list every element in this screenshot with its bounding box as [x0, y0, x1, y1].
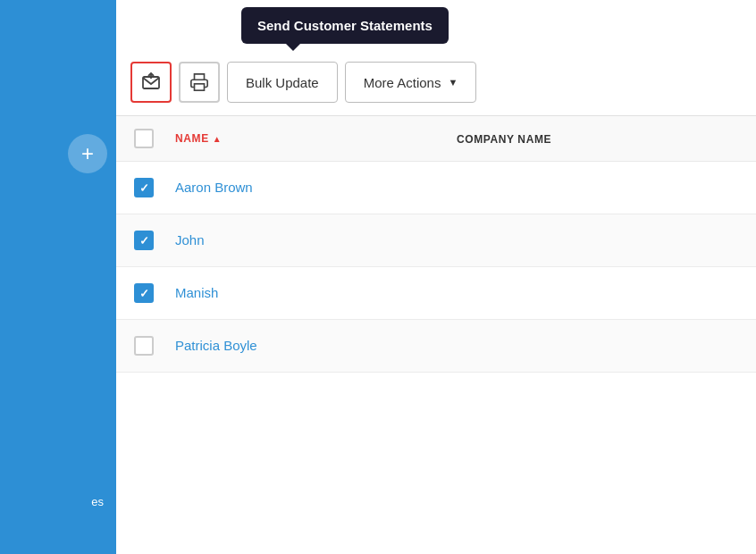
- svg-rect-2: [195, 84, 205, 90]
- table-row: Patricia Boyle: [116, 320, 756, 373]
- sidebar-add-button[interactable]: +: [68, 134, 107, 173]
- customer-name-john[interactable]: John: [175, 232, 205, 248]
- table-row: Aaron Brown: [116, 162, 756, 214]
- row-checkbox-aaron-brown[interactable]: [134, 178, 154, 197]
- company-column-header[interactable]: COMPANY NAME: [457, 130, 738, 147]
- row-checkbox-patricia-boyle[interactable]: [134, 336, 154, 356]
- company-col-label: COMPANY NAME: [457, 133, 551, 146]
- customer-name-aaron-brown[interactable]: Aaron Brown: [175, 180, 253, 195]
- print-icon: [189, 72, 209, 92]
- name-col-label: NAME: [175, 132, 209, 145]
- customer-name-manish[interactable]: Manish: [175, 285, 218, 300]
- name-column-header[interactable]: NAME ▲: [175, 132, 457, 145]
- sidebar: + es: [0, 0, 116, 554]
- print-button[interactable]: [179, 62, 220, 103]
- customers-table: NAME ▲ COMPANY NAME Aaron Brown: [116, 116, 756, 373]
- customer-name-patricia-boyle[interactable]: Patricia Boyle: [175, 338, 257, 353]
- more-actions-label: More Actions: [364, 75, 441, 90]
- table-row: Manish: [116, 267, 756, 320]
- sidebar-label: es: [91, 495, 104, 508]
- main-content: Send Customer Statements Bulk Update: [116, 0, 756, 554]
- toolbar: Bulk Update More Actions ▼: [116, 49, 756, 116]
- send-statements-tooltip: Send Customer Statements: [241, 7, 449, 44]
- chevron-down-icon: ▼: [448, 77, 458, 88]
- sort-ascending-icon: ▲: [213, 134, 223, 144]
- plus-icon: +: [81, 141, 94, 166]
- row-checkbox-manish[interactable]: [134, 283, 154, 303]
- send-statements-button[interactable]: [130, 62, 172, 103]
- send-statements-icon: [140, 71, 162, 93]
- table-row: John: [116, 214, 756, 267]
- table-header-row: NAME ▲ COMPANY NAME: [116, 116, 756, 162]
- bulk-update-button[interactable]: Bulk Update: [227, 62, 338, 103]
- bulk-update-label: Bulk Update: [246, 75, 319, 90]
- header-checkbox-col: [134, 129, 175, 148]
- row-checkbox-john[interactable]: [134, 231, 154, 250]
- select-all-checkbox[interactable]: [134, 129, 154, 148]
- more-actions-button[interactable]: More Actions ▼: [345, 62, 477, 103]
